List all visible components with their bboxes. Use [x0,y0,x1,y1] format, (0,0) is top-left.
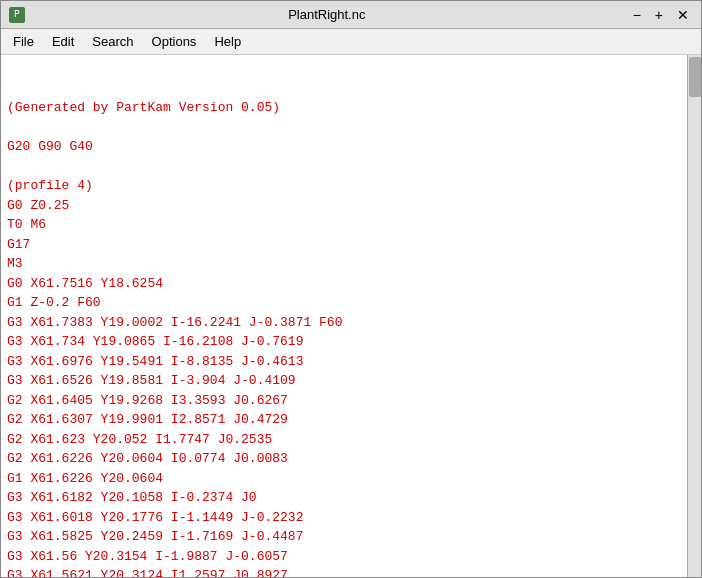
title-bar: P PlantRight.nc − + ✕ [1,1,701,29]
gcode-line: G3 X61.5825 Y20.2459 I-1.7169 J-0.4487 [7,527,681,547]
scrollbar-thumb[interactable] [689,57,701,97]
gcode-line: G2 X61.6405 Y19.9268 I3.3593 J0.6267 [7,391,681,411]
gcode-line: G3 X61.6976 Y19.5491 I-8.8135 J-0.4613 [7,352,681,372]
menu-search[interactable]: Search [84,32,141,51]
gcode-line: G2 X61.6226 Y20.0604 I0.0774 J0.0083 [7,449,681,469]
gcode-line: G3 X61.56 Y20.3154 I-1.9887 J-0.6057 [7,547,681,567]
gcode-line: G0 Z0.25 [7,196,681,216]
menu-file[interactable]: File [5,32,42,51]
menu-help[interactable]: Help [206,32,249,51]
main-window: P PlantRight.nc − + ✕ File Edit Search O… [0,0,702,578]
gcode-line: G2 X61.623 Y20.052 I1.7747 J0.2535 [7,430,681,450]
gcode-line: M3 [7,254,681,274]
scrollbar[interactable] [687,55,701,577]
gcode-line: G3 X61.6018 Y20.1776 I-1.1449 J-0.2232 [7,508,681,528]
close-button[interactable]: ✕ [673,8,693,22]
gcode-line: G20 G90 G40 [7,137,681,157]
menu-bar: File Edit Search Options Help [1,29,701,55]
window-controls: − + ✕ [629,8,693,22]
gcode-line: G3 X61.6526 Y19.8581 I-3.904 J-0.4109 [7,371,681,391]
gcode-line: G3 X61.6182 Y20.1058 I-0.2374 J0 [7,488,681,508]
gcode-line: (profile 4) [7,176,681,196]
app-icon: P [9,7,25,23]
gcode-line: G17 [7,235,681,255]
menu-options[interactable]: Options [144,32,205,51]
app-icon-label: P [14,9,20,20]
maximize-button[interactable]: + [651,8,667,22]
gcode-line: (Generated by PartKam Version 0.05) [7,98,681,118]
gcode-line: G3 X61.5621 Y20.3124 I1.2597 J0.8927 [7,566,681,577]
gcode-line [7,118,681,138]
gcode-line: G0 X61.7516 Y18.6254 [7,274,681,294]
menu-edit[interactable]: Edit [44,32,82,51]
gcode-content[interactable]: (Generated by PartKam Version 0.05) G20 … [1,55,687,577]
minimize-button[interactable]: − [629,8,645,22]
gcode-line: G1 Z-0.2 F60 [7,293,681,313]
content-area: (Generated by PartKam Version 0.05) G20 … [1,55,701,577]
gcode-line: G3 X61.7383 Y19.0002 I-16.2241 J-0.3871 … [7,313,681,333]
gcode-line [7,157,681,177]
window-title: PlantRight.nc [25,7,629,22]
gcode-line: G2 X61.6307 Y19.9901 I2.8571 J0.4729 [7,410,681,430]
gcode-line: T0 M6 [7,215,681,235]
gcode-line: G1 X61.6226 Y20.0604 [7,469,681,489]
gcode-line: G3 X61.734 Y19.0865 I-16.2108 J-0.7619 [7,332,681,352]
